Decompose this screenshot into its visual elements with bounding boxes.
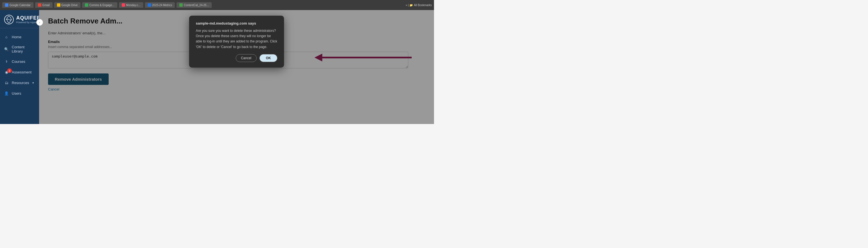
assessment-badge: 1 (7, 68, 12, 73)
sidebar-assessment-label: Assessment (12, 70, 32, 74)
sidebar-item-resources[interactable]: 🗂 Resources ▾ (0, 78, 39, 88)
sidebar-item-courses[interactable]: ⚕ Courses (0, 56, 39, 67)
metrics-favicon (148, 3, 151, 7)
sidebar-courses-label: Courses (12, 60, 25, 64)
main-content: Batch Remove Adm... Enter Administrators… (39, 10, 434, 124)
browser-chrome: Google Calendar Gmail Google Drive Comms… (0, 0, 434, 10)
tab-gmail[interactable]: Gmail (35, 2, 53, 8)
sidebar-item-users[interactable]: 👤 Users (0, 88, 39, 99)
sidebar-resources-label: Resources (12, 81, 29, 85)
home-icon: ⌂ (4, 34, 9, 39)
app-container: AQUIFER Powered by Aqueduct ⌂ Home 🔍 Con… (0, 10, 434, 124)
tab-contentcal[interactable]: ContentCal_24-25... (177, 2, 212, 8)
tab-gdrive[interactable]: Google Drive (54, 2, 81, 8)
dialog-ok-button[interactable]: OK (259, 54, 277, 62)
tab-comms[interactable]: Comms & Engage... (82, 2, 117, 8)
dialog-message: Are you sure you want to delete these ad… (196, 28, 277, 50)
chevron-down-icon: ▾ (32, 81, 34, 84)
tab-gdrive-label: Google Drive (61, 4, 78, 7)
gmail-favicon (38, 3, 41, 7)
bookmarks-separator: » | 📁 (405, 4, 413, 7)
dialog-cancel-button[interactable]: Cancel (236, 54, 257, 62)
bookmarks-area: » | 📁 All Bookmarks (405, 4, 432, 7)
tab-monday[interactable]: Monday.c... (119, 2, 143, 8)
sidebar-users-label: Users (12, 91, 21, 95)
modal-overlay: sample-md.medustaging.com says Are you s… (39, 10, 434, 124)
sidebar-logo: AQUIFER Powered by Aqueduct (0, 10, 39, 28)
gdrive-favicon (57, 3, 60, 7)
sidebar-content-library-label: Content Library (12, 45, 35, 53)
tab-gcal[interactable]: Google Calendar (2, 2, 33, 8)
tab-contentcal-label: ContentCal_24-25... (184, 4, 209, 7)
tab-monday-label: Monday.c... (126, 4, 141, 7)
sidebar-item-assessment[interactable]: ◉ 1 Assessment (0, 67, 39, 78)
dialog-buttons: Cancel OK (196, 54, 277, 62)
bookmarks-label: All Bookmarks (414, 4, 432, 7)
tab-gmail-label: Gmail (42, 4, 50, 7)
tab-metrics-label: 2023-24 Metrics (152, 4, 172, 7)
tab-metrics[interactable]: 2023-24 Metrics (145, 2, 175, 8)
contentcal-favicon (179, 3, 183, 7)
sidebar: AQUIFER Powered by Aqueduct ⌂ Home 🔍 Con… (0, 10, 39, 124)
sidebar-item-content-library[interactable]: 🔍 Content Library (0, 42, 39, 56)
sidebar-toggle-button[interactable]: ‹ (36, 19, 43, 26)
tab-comms-label: Comms & Engage... (89, 4, 114, 7)
sidebar-home-label: Home (12, 35, 22, 39)
logo-container: AQUIFER Powered by Aqueduct (4, 14, 35, 25)
sidebar-nav: ⌂ Home 🔍 Content Library ⚕ Courses ◉ 1 A… (0, 30, 39, 100)
aquifer-logo-icon (4, 14, 14, 25)
tab-gcal-label: Google Calendar (9, 4, 31, 7)
briefcase-icon: 🗂 (4, 80, 9, 85)
monday-favicon (122, 3, 125, 7)
search-icon: 🔍 (4, 46, 9, 52)
confirmation-dialog: sample-md.medustaging.com says Are you s… (189, 16, 284, 68)
gcal-favicon (5, 3, 8, 7)
dialog-title: sample-md.medustaging.com says (196, 21, 277, 25)
comms-favicon (85, 3, 88, 7)
stethoscope-icon: ⚕ (4, 59, 9, 64)
sidebar-item-home[interactable]: ⌂ Home (0, 32, 39, 42)
users-icon: 👤 (4, 91, 9, 96)
